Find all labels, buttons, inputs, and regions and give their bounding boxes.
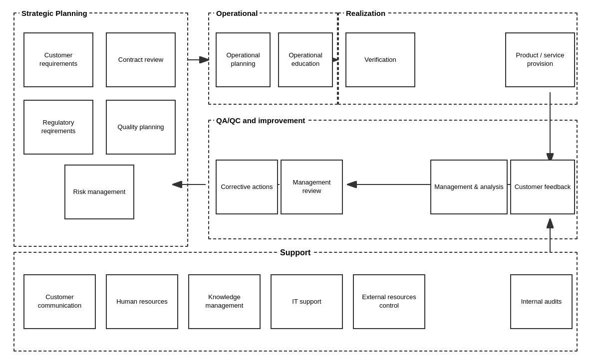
- support-title: Support: [278, 248, 312, 257]
- internal-audits-box: Internal audits: [510, 274, 573, 329]
- product-service-box: Product / service provision: [505, 32, 575, 87]
- contract-review-box: Contract review: [106, 32, 176, 87]
- qaqc-title: QA/QC and improvement: [214, 116, 307, 125]
- customer-communication-box: Customer communication: [23, 274, 96, 329]
- it-support-box: IT support: [271, 274, 343, 329]
- operational-planning-box: Operational planning: [216, 32, 271, 87]
- regulatory-requirements-box: Regulatory reqirements: [23, 100, 93, 155]
- risk-management-box: Risk management: [64, 165, 134, 219]
- operational-education-box: Operational education: [278, 32, 333, 87]
- realization-title: Realization: [344, 9, 387, 17]
- operational-title: Operational: [214, 9, 260, 17]
- management-analysis-box: Management & analysis: [430, 160, 508, 214]
- knowledge-management-box: Knowledge management: [188, 274, 261, 329]
- quality-planning-box: Quality planning: [106, 100, 176, 155]
- verification-box: Verification: [345, 32, 415, 87]
- management-review-box: Management review: [281, 160, 343, 214]
- customer-requirements-box: Customer requirements: [23, 32, 93, 87]
- strategic-planning-title: Strategic Planning: [19, 9, 89, 17]
- external-resources-box: External resources control: [353, 274, 425, 329]
- customer-feedback-box: Customer feedback: [510, 160, 575, 214]
- corrective-actions-box: Corrective actions: [216, 160, 278, 214]
- human-resources-box: Human resources: [106, 274, 178, 329]
- diagram: Strategic Planning Customer requirements…: [8, 7, 588, 357]
